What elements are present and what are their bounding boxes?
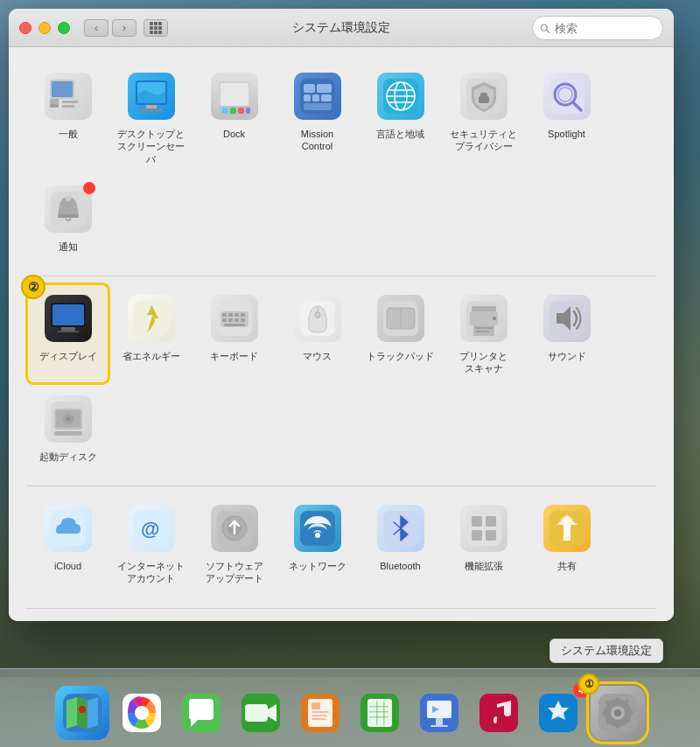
pref-item-spotlight[interactable]: Spotlight [525, 61, 608, 174]
search-icon [540, 23, 550, 34]
dock-item-appstore[interactable]: 4 [531, 686, 585, 740]
svg-rect-53 [61, 327, 75, 331]
pref-label-printer: プリンタとスキャナ [459, 350, 508, 375]
pref-icon-printer [458, 292, 510, 345]
dock-item-prefs[interactable]: ① [591, 686, 645, 740]
pref-item-desktop[interactable]: デスクトップとスクリーンセーバ [109, 61, 192, 174]
maximize-button[interactable] [58, 22, 70, 34]
svg-rect-27 [246, 108, 250, 114]
dock-item-facetime[interactable] [234, 686, 288, 740]
svg-rect-66 [224, 324, 245, 326]
pref-label-language: 言語と地域 [376, 128, 424, 140]
pref-label-energy: 省エネルギー [122, 350, 180, 362]
pref-label-network: ネットワーク [289, 560, 346, 572]
dock-item-keynote[interactable] [412, 686, 466, 740]
svg-rect-162 [616, 723, 620, 729]
dock-item-music[interactable] [472, 686, 526, 740]
pref-label-display: ディスプレイ [39, 350, 97, 362]
pref-item-startup[interactable]: 起動ディスク [26, 384, 109, 471]
svg-rect-22 [220, 83, 248, 106]
back-button[interactable]: ‹ [84, 19, 108, 37]
pref-item-security[interactable]: セキュリティとプライバシー [442, 61, 525, 174]
pref-item-keyboard[interactable]: キーボード [192, 283, 276, 384]
dock-item-photos[interactable] [115, 686, 169, 740]
pref-item-ippan[interactable]: 一般 [26, 61, 109, 174]
pref-label-security: セキュリティとプライバシー [450, 128, 517, 153]
pref-label-spotlight: Spotlight [548, 128, 585, 140]
pref-icon-sound [541, 292, 593, 345]
dock-tooltip: システム環境設定 [550, 639, 663, 663]
pref-icon-dock [208, 70, 261, 122]
svg-rect-147 [369, 711, 388, 713]
svg-rect-163 [602, 711, 607, 715]
dock-item-numbers[interactable] [353, 686, 407, 740]
search-input[interactable] [555, 22, 655, 35]
pref-label-keyboard: キーボード [210, 350, 258, 362]
pref-icon-display [42, 292, 94, 345]
svg-rect-7 [154, 31, 158, 34]
pref-label-sharing: 共有 [557, 560, 577, 572]
dock-item-pages[interactable] [293, 686, 347, 740]
annotation-2: ② [21, 275, 46, 299]
pref-item-mission[interactable]: MissionControl [276, 61, 359, 174]
svg-rect-146 [369, 706, 388, 708]
pref-item-internet[interactable]: @ インターネットアカウント [109, 493, 192, 594]
pref-item-accessibility[interactable]: アクセシビリティ [442, 616, 525, 621]
pref-item-printer[interactable]: プリンタとスキャナ [442, 283, 525, 384]
close-button[interactable] [19, 22, 32, 34]
dock-item-maps[interactable] [55, 686, 109, 740]
pref-item-energy[interactable]: 省エネルギー [109, 283, 192, 384]
svg-rect-77 [475, 327, 493, 329]
dock-item-messages[interactable] [174, 686, 228, 740]
pref-label-internet: インターネットアカウント [117, 560, 185, 585]
pref-item-icloud[interactable]: iCloud [26, 493, 109, 594]
svg-rect-4 [154, 26, 158, 30]
pref-icon-spotlight [541, 70, 593, 122]
pref-item-display[interactable]: ② ディスプレイ [26, 283, 109, 384]
pref-label-icloud: iCloud [54, 560, 81, 572]
pref-item-datetime[interactable]: 18 日付と時刻 [276, 616, 359, 621]
svg-rect-60 [234, 313, 239, 317]
pref-item-bluetooth[interactable]: Bluetooth [359, 493, 442, 594]
pref-item-extension[interactable]: 機能拡張 [442, 493, 525, 594]
svg-rect-99 [486, 516, 496, 527]
svg-text:@: @ [141, 518, 159, 540]
svg-rect-32 [312, 94, 319, 101]
pref-item-sharing[interactable]: 共有 [525, 493, 608, 594]
pref-item-mouse[interactable]: マウス [276, 283, 359, 384]
svg-rect-153 [436, 718, 443, 725]
svg-rect-62 [222, 318, 227, 322]
pref-item-language[interactable]: 言語と地域 [359, 61, 442, 174]
pref-item-timemachine[interactable]: TimeMachine [359, 616, 442, 621]
pref-item-network[interactable]: ネットワーク [276, 493, 359, 594]
svg-rect-20 [141, 108, 162, 111]
svg-rect-43 [479, 96, 489, 103]
svg-rect-86 [54, 431, 82, 436]
pref-item-siri[interactable]: Siri [192, 616, 276, 621]
grid-button[interactable] [144, 19, 168, 37]
search-box[interactable] [532, 16, 663, 40]
svg-rect-97 [466, 511, 501, 546]
pref-item-notification[interactable]: 通知 [26, 174, 109, 262]
svg-rect-101 [486, 530, 496, 541]
svg-point-50 [66, 196, 71, 201]
svg-rect-0 [150, 22, 153, 25]
svg-rect-137 [245, 704, 268, 722]
pref-item-software[interactable]: ソフトウェアアップデート [192, 493, 276, 594]
pref-item-sound[interactable]: サウンド [525, 283, 608, 384]
window-title: システム環境設定 [292, 20, 390, 36]
pref-item-users[interactable]: ユーザとグループ [26, 616, 109, 621]
svg-rect-142 [312, 715, 327, 716]
minimize-button[interactable] [38, 22, 51, 34]
annotation-1: ① [578, 674, 599, 695]
tooltip-text: システム環境設定 [561, 644, 652, 657]
forward-button[interactable]: › [112, 19, 136, 37]
svg-rect-145 [368, 699, 392, 727]
pref-item-parental[interactable]: ペアレンタルコントロール [109, 616, 192, 621]
pref-item-trackpad[interactable]: トラックパッド [359, 283, 442, 384]
prefs-section-2: ② ディスプレイ [26, 283, 656, 486]
svg-point-132 [79, 706, 86, 713]
svg-point-69 [315, 312, 320, 318]
pref-item-dock[interactable]: Dock [192, 61, 276, 174]
dock: 4 ① [0, 668, 700, 747]
